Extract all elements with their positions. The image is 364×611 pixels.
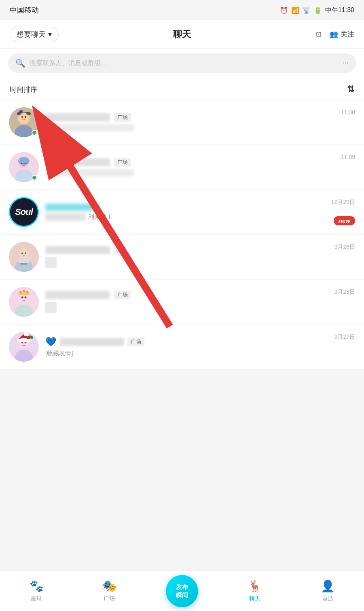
avatar-wrap: [9, 287, 39, 317]
nav-item-square[interactable]: 🎭 广场: [73, 579, 146, 603]
svg-point-14: [25, 162, 27, 164]
chat-time: 9月28日: [334, 289, 355, 296]
chat-item[interactable]: 广场 9月28日: [0, 280, 364, 325]
svg-point-37: [24, 332, 28, 336]
nav-label-planet: 星球: [31, 595, 42, 603]
chat-name-row: 广场: [45, 291, 355, 299]
nav-right: ⊡ 👥 关注: [239, 30, 354, 39]
chat-nav-icon: 🦌: [248, 579, 262, 593]
planet-icon: 🐾: [30, 579, 44, 593]
scan-icon: ⊡: [316, 30, 322, 38]
chat-list-container: 广场 11:30: [0, 100, 364, 369]
chat-name-row: 💙 广场: [45, 337, 355, 347]
publish-button[interactable]: 发布 瞬间: [166, 575, 198, 607]
svg-point-12: [18, 157, 30, 165]
svg-point-15: [22, 162, 23, 163]
publish-label-line2: 瞬间: [176, 591, 188, 599]
svg-point-21: [25, 252, 26, 254]
svg-point-30: [26, 291, 28, 293]
chat-item[interactable]: 💙 广场 [收藏表情] 9月27日: [0, 325, 364, 369]
chevron-down-icon: ▾: [48, 30, 52, 39]
signal-icon: 📡: [303, 6, 311, 14]
carrier-text: 中国移动: [10, 5, 39, 15]
chat-time: 12月29日: [331, 199, 355, 206]
soul-avatar: Soul: [9, 197, 39, 227]
heart-icon: 💙: [45, 337, 56, 347]
soul-logo-text: Soul: [15, 207, 33, 217]
search-more-icon: ···: [343, 59, 349, 68]
bottom-spacer: [0, 369, 364, 410]
nav-label-chat: 聊天: [249, 595, 260, 603]
square-icon: 🎭: [102, 579, 116, 593]
chat-preview-row: 利来啦！: [45, 213, 355, 221]
chat-item[interactable]: 场 9月28日: [0, 235, 364, 280]
topic-filter-label: 想要聊天: [17, 30, 46, 39]
chat-name: [45, 204, 94, 211]
contacts-icon: 👥: [330, 30, 338, 38]
nav-left: 想要聊天 ▾: [10, 27, 125, 42]
avatar-wrap: [9, 107, 39, 137]
page-title: 聊天: [125, 28, 239, 40]
sort-icon[interactable]: ⇅: [347, 84, 354, 95]
chat-tag: 广场: [114, 291, 131, 299]
me-icon: 👤: [321, 579, 335, 593]
chat-content: 💙 广场 [收藏表情]: [45, 337, 355, 357]
avatar-wrap: [9, 332, 39, 362]
avatar: [9, 332, 39, 362]
follow-button[interactable]: 👥 关注: [330, 30, 354, 39]
nav-label-me: 自己: [322, 595, 333, 603]
chat-list: 广场 11:30: [0, 100, 364, 369]
chat-time: 11:09: [341, 154, 355, 160]
clock-icon: ⏰: [280, 6, 288, 14]
chat-item-soul[interactable]: Soul 利来啦！ 12月29日 new: [0, 190, 364, 235]
avatar-illustration-4: [9, 242, 39, 272]
svg-rect-22: [20, 263, 28, 265]
chat-content: 利来啦！: [45, 204, 355, 221]
chat-item[interactable]: 广场 11:09: [0, 145, 364, 190]
chat-name: [45, 113, 110, 121]
chat-time: 11:30: [341, 109, 355, 115]
topic-filter-button[interactable]: 想要聊天 ▾: [10, 27, 59, 42]
svg-point-8: [25, 116, 26, 118]
search-bar[interactable]: 🔍 搜索联系人、消息或群组… ···: [8, 53, 356, 73]
wifi-icon: 📶: [291, 6, 299, 14]
scan-button[interactable]: ⊡: [316, 30, 322, 38]
avatar-illustration-5: [9, 287, 39, 317]
chat-name: [45, 246, 110, 254]
avatar-illustration-6: [9, 332, 39, 362]
nav-item-publish[interactable]: 发布 瞬间: [146, 575, 218, 607]
avatar-wrap: Soul: [9, 197, 39, 227]
chat-content: 广场: [45, 158, 355, 176]
chat-tag: 广场: [127, 337, 144, 346]
search-section: 🔍 搜索联系人、消息或群组… ···: [0, 49, 364, 78]
chat-time: 9月28日: [334, 244, 355, 251]
chat-preview: [45, 124, 134, 132]
chat-preview-blur: [45, 213, 86, 221]
search-icon: 🔍: [15, 58, 25, 68]
svg-point-16: [25, 162, 26, 163]
chat-tag: 广场: [114, 158, 131, 167]
svg-point-7: [21, 116, 23, 118]
nav-item-planet[interactable]: 🐾 星球: [0, 579, 73, 603]
chat-content: 广场: [45, 291, 355, 313]
battery-text: 🔋: [314, 6, 322, 14]
bottom-nav: 🐾 星球 🎭 广场 发布 瞬间 🦌 聊天 👤 自己: [0, 571, 364, 611]
chat-preview: [45, 169, 134, 176]
sort-header: 时间排序 ⇅: [0, 78, 364, 100]
svg-point-26: [21, 297, 23, 299]
nav-item-chat[interactable]: 🦌 聊天: [218, 579, 291, 603]
chat-item[interactable]: 广场 11:30: [0, 100, 364, 145]
chat-preview-emoji: [45, 302, 57, 313]
avatar: [9, 242, 39, 272]
svg-point-6: [20, 112, 28, 122]
online-indicator: [32, 175, 37, 180]
name-tag-row: 💙 广场: [45, 337, 144, 347]
chat-name: [59, 338, 124, 346]
status-bar: 中国移动 ⏰ 📶 📡 🔋 中午11:30: [0, 0, 364, 20]
chat-name: [45, 291, 110, 299]
nav-item-me[interactable]: 👤 自己: [291, 579, 364, 603]
chat-name-row: [45, 204, 355, 211]
new-badge: new: [334, 216, 355, 225]
avatar-wrap: [9, 242, 39, 272]
status-right: ⏰ 📶 📡 🔋 中午11:30: [280, 6, 354, 15]
